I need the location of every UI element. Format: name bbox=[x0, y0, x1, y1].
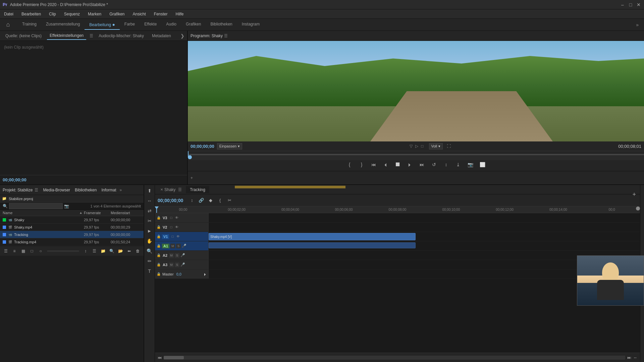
new-item-btn[interactable]: ○ bbox=[37, 247, 44, 255]
timeline-start-btn[interactable]: ⏮ bbox=[158, 355, 162, 360]
monitor-scrubber[interactable] bbox=[188, 151, 644, 158]
timeline-tab-shaky[interactable]: ✕ Shaky ☰ bbox=[156, 186, 186, 193]
tl-move-tool[interactable]: ↕ bbox=[188, 196, 196, 204]
track-a3-solo[interactable]: S bbox=[175, 262, 179, 267]
clip-shaky-audio[interactable] bbox=[209, 242, 416, 248]
ws-tab-bearbeitung[interactable]: Bearbeitung ● bbox=[85, 20, 120, 30]
icon-view-btn[interactable]: ☰ bbox=[2, 247, 9, 255]
metadata-view-btn[interactable]: ▦ bbox=[19, 247, 27, 255]
menu-ansicht[interactable]: Ansicht bbox=[131, 11, 147, 17]
track-a3-lock[interactable]: 🔒 bbox=[156, 262, 161, 267]
menu-datei[interactable]: Datei bbox=[3, 11, 15, 17]
mark-in-button[interactable]: { bbox=[345, 160, 354, 169]
close-shaky-tab[interactable]: ✕ bbox=[160, 188, 163, 191]
ripple-edit-tool[interactable]: ↔ bbox=[145, 196, 154, 205]
ws-tab-bibliotheken[interactable]: Bibliotheken bbox=[206, 20, 237, 30]
slip-tool[interactable]: ► bbox=[145, 227, 154, 235]
add-sequence-btn[interactable]: + bbox=[632, 191, 636, 198]
delete-btn[interactable]: 🗑 bbox=[134, 247, 142, 255]
sort-btn[interactable]: ↕ bbox=[82, 247, 89, 255]
track-v1-eye[interactable]: 👁 bbox=[176, 234, 180, 239]
go-to-out-button[interactable]: ⏭ bbox=[417, 160, 427, 169]
mark-out-button[interactable]: } bbox=[357, 160, 366, 169]
track-a1-solo[interactable]: S bbox=[176, 244, 181, 248]
monitor-timecode-left[interactable]: 00;00;00;00 bbox=[191, 144, 214, 149]
track-v2-eye[interactable]: 👁 bbox=[174, 225, 179, 230]
list-item-shaky-mp4[interactable]: 🎬 Shaky.mp4 29,97 fps 00;00;00;29 bbox=[0, 224, 144, 231]
loop-button[interactable]: ↺ bbox=[429, 160, 439, 169]
timeline-timecode[interactable]: 00;00;00;00 bbox=[158, 198, 183, 203]
new-folder-btn[interactable]: 📁 bbox=[99, 247, 107, 255]
list-item-shaky-sequence[interactable]: 📹 Shaky 29,97 fps 00;00;00;00 bbox=[0, 216, 144, 224]
ws-tab-audio[interactable]: Audio bbox=[161, 20, 181, 30]
timeline-tab-tracking[interactable]: Tracking bbox=[186, 186, 209, 193]
hand-tool[interactable]: ✋ bbox=[145, 237, 154, 245]
menu-sequenz[interactable]: Sequenz bbox=[63, 11, 81, 17]
list-view-btn[interactable]: ≡ bbox=[11, 247, 18, 255]
timeline-playhead[interactable] bbox=[156, 206, 157, 213]
menu-clip[interactable]: Clip bbox=[48, 11, 57, 17]
project-menu[interactable]: ☰ bbox=[35, 188, 38, 192]
insert-button[interactable]: ↕ bbox=[441, 160, 451, 169]
metadata-tab[interactable]: Metadaten bbox=[149, 32, 174, 40]
program-monitor-menu[interactable]: ☰ bbox=[224, 34, 228, 38]
source-tab[interactable]: Quelle: (keine Clips) bbox=[3, 32, 44, 40]
track-master-lock[interactable]: 🔒 bbox=[156, 272, 161, 277]
overwrite-button[interactable]: ⤓ bbox=[453, 160, 463, 169]
effect-controls-menu[interactable]: ☰ bbox=[90, 34, 93, 38]
home-button[interactable]: ⌂ bbox=[3, 19, 13, 30]
step-forward-button[interactable]: ⏵ bbox=[405, 160, 415, 169]
menu-fenster[interactable]: Fenster bbox=[153, 11, 169, 17]
track-master-playback[interactable]: ⏵ bbox=[203, 272, 207, 276]
clear-btn[interactable]: ⬅ bbox=[125, 247, 133, 255]
ws-tab-zusammenstellung[interactable]: Zusammenstellung bbox=[41, 20, 85, 30]
ws-tab-instagram[interactable]: Instagram bbox=[237, 20, 264, 30]
monitor-camera-btn[interactable]: □ bbox=[421, 144, 423, 148]
more-tabs-btn[interactable]: » bbox=[119, 188, 122, 192]
size-slider[interactable] bbox=[47, 250, 79, 252]
new-bin-button[interactable]: 📷 bbox=[64, 204, 69, 208]
open-btn[interactable]: 📂 bbox=[117, 247, 124, 255]
monitor-export-btn[interactable]: ▷ bbox=[415, 144, 418, 148]
maximize-button[interactable]: □ bbox=[628, 2, 633, 7]
fit-select[interactable]: Einpassen ▾ bbox=[217, 143, 242, 149]
workspace-more-button[interactable]: » bbox=[633, 20, 641, 29]
minimize-button[interactable]: – bbox=[620, 2, 625, 7]
track-v1-lock[interactable]: 🔒 bbox=[156, 234, 161, 239]
tl-add-marker[interactable]: ◆ bbox=[207, 196, 215, 204]
menu-grafiken[interactable]: Grafiken bbox=[108, 11, 126, 17]
tl-mark-in[interactable]: { bbox=[216, 196, 224, 204]
menu-marken[interactable]: Marken bbox=[87, 11, 103, 17]
ws-tab-effekte[interactable]: Effekte bbox=[140, 20, 161, 30]
audio-mixer-tab[interactable]: Audioclip-Mischer: Shaky bbox=[96, 32, 147, 40]
zoom-tool[interactable]: 🔍 bbox=[145, 247, 154, 255]
track-a2-mute[interactable]: M bbox=[169, 253, 174, 258]
track-v2-lock[interactable]: 🔒 bbox=[156, 225, 161, 230]
monitor-zoom-btn[interactable]: ⛶ bbox=[447, 144, 451, 148]
media-browser-tab[interactable]: Media-Browser bbox=[43, 188, 70, 192]
shaky-tab-menu[interactable]: ☰ bbox=[178, 187, 182, 192]
tl-link-tool[interactable]: 🔗 bbox=[197, 196, 205, 204]
ws-tab-farbe[interactable]: Farbe bbox=[120, 20, 140, 30]
ws-tab-training[interactable]: Training bbox=[17, 20, 41, 30]
play-button[interactable]: ⏹ bbox=[393, 160, 402, 169]
track-a1-lock[interactable]: 🔒 bbox=[156, 244, 161, 248]
add-button[interactable]: + bbox=[191, 176, 193, 180]
clip-shaky-video[interactable]: Shaky.mp4 [V] bbox=[209, 233, 416, 240]
sort-icon[interactable]: ▲ bbox=[79, 211, 83, 215]
free-transform-btn[interactable]: □ bbox=[28, 247, 36, 255]
panel-expand-button[interactable]: ❯ bbox=[180, 33, 184, 39]
ws-tab-grafiken[interactable]: Grafiken bbox=[181, 20, 206, 30]
track-a2-lock[interactable]: 🔒 bbox=[156, 253, 161, 258]
pen-tool[interactable]: ✏ bbox=[145, 257, 154, 265]
timeline-end-btn[interactable]: ⏭ bbox=[627, 355, 631, 360]
menu-bearbeiten[interactable]: Bearbeiten bbox=[20, 11, 42, 17]
text-tool[interactable]: T bbox=[145, 267, 154, 276]
effect-controls-tab[interactable]: Effekteinstellungen bbox=[47, 32, 86, 40]
track-v3-eye[interactable]: 👁 bbox=[174, 216, 179, 220]
razor-tool[interactable]: ✂ bbox=[145, 217, 154, 225]
quality-select[interactable]: Voll ▾ bbox=[429, 143, 443, 149]
list-item-tracking[interactable]: 📹 Tracking 29,97 fps 00;00;00;00 bbox=[0, 231, 144, 238]
list-item-tracking-mp4[interactable]: 🎬 Tracking.mp4 29,97 fps 00;01;50;24 bbox=[0, 238, 144, 246]
timeline-scrollbar[interactable] bbox=[164, 356, 625, 360]
